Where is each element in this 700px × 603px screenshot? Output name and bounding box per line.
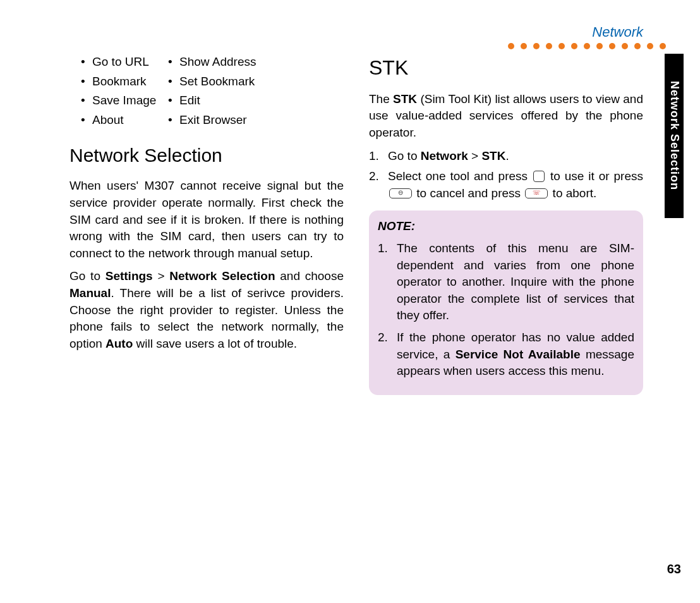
note-item: 1. The contents of this menu are SIM-dep… xyxy=(378,240,634,324)
chapter-label: Network xyxy=(592,24,643,40)
page-number: 63 xyxy=(667,562,681,576)
note-item: 2. If the phone operator has no value ad… xyxy=(378,329,634,380)
list-item: Edit xyxy=(179,92,344,109)
content-columns: •Go to URL •Show Address •Bookmark •Set … xyxy=(69,54,643,395)
side-tab: Network Selection xyxy=(665,54,684,218)
browser-menu-list: •Go to URL •Show Address •Bookmark •Set … xyxy=(81,54,344,128)
list-item: Set Bookmark xyxy=(179,73,344,90)
bullet-icon: • xyxy=(81,73,92,90)
note-number: 1. xyxy=(378,240,397,324)
bullet-icon: • xyxy=(81,54,92,71)
list-item: Save Image xyxy=(92,92,168,109)
paragraph: When users' M307 cannot receive signal b… xyxy=(69,178,344,262)
list-item: About xyxy=(92,112,168,129)
list-item: Bookmark xyxy=(92,73,168,90)
side-tab-label: Network Selection xyxy=(668,81,681,190)
list-item: Go to URL xyxy=(92,54,168,71)
decorative-dots xyxy=(508,43,666,49)
right-column: STK The STK (Sim Tool Kit) list allows u… xyxy=(369,54,643,395)
paragraph: The STK (Sim Tool Kit) list allows users… xyxy=(369,91,643,142)
back-key-icon: ⊖ xyxy=(389,188,412,198)
ordered-steps: 1. Go to Network > STK. 2. Select one to… xyxy=(369,148,643,202)
section-heading-network-selection: Network Selection xyxy=(69,142,344,169)
note-box: NOTE: 1. The contents of this menu are S… xyxy=(369,210,643,394)
step-item: 2. Select one tool and press to use it o… xyxy=(369,168,643,202)
note-title: NOTE: xyxy=(378,218,634,235)
end-key-icon: ☏ xyxy=(525,188,548,198)
step-number: 2. xyxy=(369,168,388,202)
paragraph: Go to Settings > Network Selection and c… xyxy=(69,268,344,352)
ok-key-icon xyxy=(533,171,545,182)
bullet-icon: • xyxy=(81,92,92,109)
section-heading-stk: STK xyxy=(369,54,643,82)
step-number: 1. xyxy=(369,148,388,165)
step-item: 1. Go to Network > STK. xyxy=(369,148,643,165)
bullet-icon: • xyxy=(168,54,179,71)
bullet-icon: • xyxy=(168,112,179,129)
bullet-icon: • xyxy=(168,73,179,90)
list-item: Show Address xyxy=(179,54,344,71)
note-number: 2. xyxy=(378,329,397,380)
list-item: Exit Browser xyxy=(179,112,344,129)
bullet-icon: • xyxy=(168,92,179,109)
left-column: •Go to URL •Show Address •Bookmark •Set … xyxy=(69,54,344,395)
bullet-icon: • xyxy=(81,112,92,129)
